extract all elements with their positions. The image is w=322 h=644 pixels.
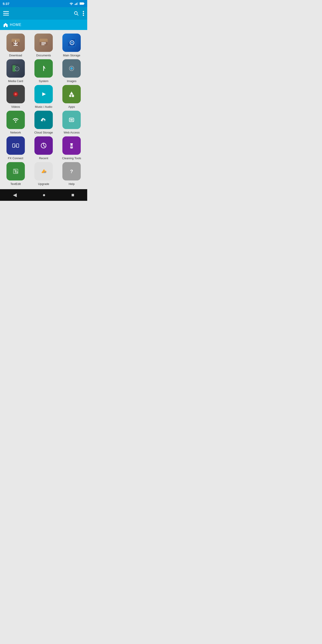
- svg-text:<>: <>: [14, 144, 17, 148]
- svg-point-41: [14, 93, 17, 95]
- recent-icon: [34, 136, 53, 155]
- cleaningtools-label: Cleaning Tools: [62, 156, 81, 160]
- documents-icon: [34, 34, 53, 52]
- videos-label: Videos: [11, 105, 20, 108]
- system-label: System: [39, 80, 48, 83]
- signal-icon: [75, 2, 78, 5]
- recents-button[interactable]: ■: [71, 192, 74, 198]
- grid-item-cloudstorage[interactable]: Cloud Storage: [31, 111, 56, 134]
- images-icon: [62, 59, 81, 78]
- hamburger-icon[interactable]: [3, 11, 9, 16]
- toolbar: [0, 7, 87, 20]
- textedit-icon: [6, 162, 25, 180]
- svg-rect-62: [70, 143, 73, 144]
- battery-icon: [80, 2, 84, 5]
- svg-point-13: [83, 11, 84, 12]
- breadcrumb: HOME: [0, 20, 87, 30]
- mediacard-label: Media Card: [8, 80, 23, 83]
- mediacard-icon: [6, 59, 25, 78]
- upgrade-label: Upgrade: [38, 182, 49, 186]
- cloudstorage-icon: [34, 111, 53, 129]
- network-label: Network: [10, 131, 21, 134]
- svg-rect-1: [76, 3, 76, 5]
- grid-item-upgrade[interactable]: Upgrade: [31, 162, 56, 186]
- documents-label: Documents: [36, 54, 51, 57]
- svg-point-31: [16, 68, 18, 70]
- svg-point-14: [83, 13, 84, 14]
- system-icon: [34, 59, 53, 78]
- apps-icon: [62, 85, 81, 103]
- svg-rect-3: [77, 2, 78, 5]
- download-label: Download: [9, 54, 22, 57]
- grid-item-videos[interactable]: Videos: [3, 85, 28, 108]
- grid-item-download[interactable]: Download: [3, 34, 28, 57]
- grid-item-musicaudio[interactable]: Music / Audio: [31, 85, 56, 108]
- grid-item-recent[interactable]: Recent: [31, 136, 56, 160]
- musicaudio-icon: [34, 85, 53, 103]
- svg-line-12: [77, 14, 78, 16]
- images-label: Images: [67, 80, 76, 83]
- upgrade-icon: [34, 162, 53, 180]
- status-time: 5:37: [3, 2, 10, 6]
- home-button[interactable]: ●: [42, 192, 46, 198]
- svg-text:?: ?: [70, 168, 73, 174]
- grid-item-fxconnect[interactable]: <> FX Connect: [3, 136, 28, 160]
- apps-label: Apps: [68, 105, 75, 108]
- grid-item-documents[interactable]: Documents: [31, 34, 56, 57]
- help-icon: ?: [62, 162, 81, 180]
- wifi-icon: [69, 2, 73, 5]
- webaccess-icon: [62, 111, 81, 129]
- svg-point-38: [71, 68, 72, 69]
- svg-rect-21: [41, 42, 46, 43]
- cleaningtools-icon: [62, 136, 81, 155]
- webaccess-label: Web Access: [64, 131, 80, 134]
- grid-item-mediacard[interactable]: Media Card: [3, 59, 28, 83]
- svg-point-48: [15, 122, 16, 123]
- mainstorage-icon: [62, 34, 81, 52]
- musicaudio-label: Music / Audio: [35, 105, 52, 108]
- svg-rect-0: [75, 4, 75, 5]
- status-bar: 5:37: [0, 0, 87, 7]
- grid-item-network[interactable]: Network: [3, 111, 28, 134]
- svg-rect-23: [41, 44, 44, 45]
- svg-rect-46: [72, 95, 74, 97]
- svg-rect-9: [3, 13, 9, 14]
- textedit-label: TextEdit: [10, 182, 21, 186]
- status-icons: [69, 2, 84, 5]
- back-button[interactable]: ◀: [13, 192, 17, 198]
- mainstorage-label: Main Storage: [63, 54, 80, 57]
- hamburger-svg: [3, 11, 9, 16]
- home-icon: [3, 22, 8, 27]
- svg-rect-5: [84, 3, 84, 4]
- grid-item-textedit[interactable]: TextEdit: [3, 162, 28, 186]
- fxconnect-icon: <>: [6, 136, 25, 155]
- svg-point-15: [83, 15, 84, 16]
- download-icon: [6, 34, 25, 52]
- grid-item-mainstorage[interactable]: Main Storage: [59, 34, 84, 57]
- help-label: Help: [69, 182, 75, 186]
- grid-item-system[interactable]: System: [31, 59, 56, 83]
- bottom-nav: ◀ ● ■: [0, 189, 87, 201]
- svg-rect-7: [80, 3, 84, 4]
- grid-item-webaccess[interactable]: Web Access: [59, 111, 84, 134]
- grid-item-images[interactable]: Images: [59, 59, 84, 83]
- svg-point-27: [72, 42, 72, 43]
- app-grid: Download Documents Main Storage Media Ca…: [0, 30, 87, 189]
- more-icon[interactable]: [83, 11, 84, 16]
- recent-label: Recent: [39, 156, 48, 160]
- fxconnect-label: FX Connect: [8, 156, 23, 160]
- grid-item-cleaningtools[interactable]: Cleaning Tools: [59, 136, 84, 160]
- svg-rect-10: [3, 15, 9, 16]
- videos-icon: [6, 85, 25, 103]
- svg-rect-52: [70, 119, 73, 121]
- search-icon[interactable]: [74, 11, 79, 16]
- svg-rect-8: [3, 11, 9, 12]
- svg-rect-2: [76, 3, 77, 5]
- svg-rect-22: [41, 44, 46, 44]
- breadcrumb-label: HOME: [10, 23, 22, 27]
- svg-point-11: [74, 12, 77, 14]
- svg-point-45: [69, 95, 71, 97]
- grid-item-help[interactable]: ? Help: [59, 162, 84, 186]
- grid-item-apps[interactable]: Apps: [59, 85, 84, 108]
- cloudstorage-label: Cloud Storage: [34, 131, 53, 134]
